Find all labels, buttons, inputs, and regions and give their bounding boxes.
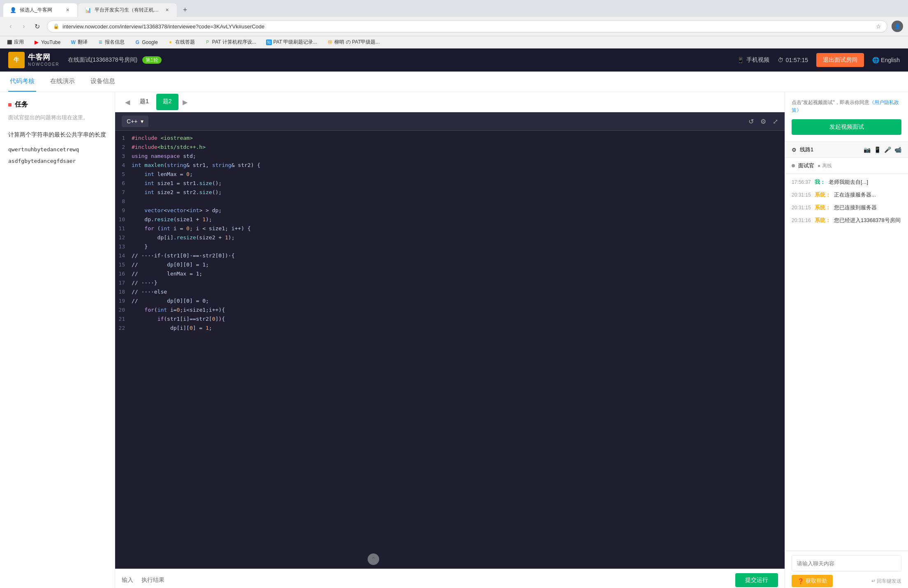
line-actions: 📷 📱 🎤 📹 [864, 146, 901, 153]
pat2-icon: 知 [266, 39, 272, 45]
output-tab[interactable]: 执行结果 [141, 575, 164, 586]
send-hint: ↵ 回车键发送 [871, 578, 901, 585]
code-line-4: 4 int maxlen(string& str1, string& str2)… [115, 162, 785, 171]
new-tab-button[interactable]: + [179, 5, 191, 16]
bookmark-signup[interactable]: ☰ 报名信息 [96, 38, 126, 46]
logo-main-text: 牛客网 [28, 53, 60, 62]
code-line-6: 6 int size1 = str1.size(); [115, 180, 785, 189]
browser-chrome: 👤 候选人_牛客网 ✕ 📊 平台开发实习生（有转正机会） ✕ + ‹ › ↻ 🔒… [0, 0, 908, 49]
code-line-9: 9 vector<vector<int> > dp; [115, 207, 785, 216]
bookmark-google-label: Google [142, 39, 158, 45]
status-dot [792, 164, 795, 167]
code-line-5: 5 int lenMax = 0; [115, 171, 785, 180]
bookmark-pat1[interactable]: P PAT 计算机程序设... [203, 38, 258, 46]
nav-tab-code[interactable]: 代码考核 [8, 72, 36, 92]
code-line-3: 3 using namespace std; [115, 153, 785, 162]
nav-tabs: 代码考核 在线演示 设备信息 [0, 72, 908, 92]
bookmark-google[interactable]: G Google [133, 39, 160, 46]
question-title: 计算两个字符串的最长公共字串的长度 [8, 130, 107, 140]
chat-messages: 17:56:37 我： 老师我能去自[...] 20:31:15 系统： 正在连… [785, 174, 908, 551]
video-icon[interactable]: 📹 [894, 146, 901, 153]
nav-tab-device[interactable]: 设备信息 [89, 72, 117, 92]
round-badge: 第1轮 [142, 56, 162, 64]
bookmark-star-icon[interactable]: ☆ [876, 23, 881, 30]
code-content[interactable]: 1 #include <iostream> 2 #include<bits/st… [115, 131, 785, 569]
interview-info: 在线面试(13368378号房间) 第1轮 [68, 56, 162, 64]
mobile-video-button[interactable]: 📱 手机视频 [737, 56, 769, 64]
bookmark-apps[interactable]: ⬛ 应用 [5, 38, 25, 46]
top-bar: 牛 牛客网 NOWCODER 在线面试(13368378号房间) 第1轮 📱 手… [0, 49, 908, 72]
bookmark-answer-label: 在线答题 [175, 39, 195, 46]
question-nav: ◀ 题1 题2 ▶ [115, 92, 785, 112]
input-tab[interactable]: 输入 [122, 575, 133, 586]
run-button[interactable]: 提交运行 [735, 573, 778, 587]
fullscreen-button[interactable]: ⤢ [773, 118, 778, 125]
help-icon: ❓ [797, 578, 804, 584]
code-line-21: 21 if(str1[i]==str2[0]){ [115, 316, 785, 325]
camera-icon[interactable]: 📷 [864, 146, 871, 153]
logo: 牛 牛客网 NOWCODER [8, 52, 60, 68]
next-question-button[interactable]: ▶ [179, 94, 191, 110]
signup-icon: ☰ [97, 39, 103, 45]
pat1-icon: P [205, 39, 211, 45]
code-line-16: 16 // lenMax = 1; [115, 271, 785, 280]
exit-button[interactable]: 退出面试房间 [816, 53, 864, 67]
code-line-7: 7 int size2 = str2.size(); [115, 189, 785, 198]
settings-line-icon: ⚙ [792, 147, 797, 153]
forward-button[interactable]: › [18, 21, 30, 32]
bookmarks-bar: ⬛ 应用 ▶ YouTube W 翻译 ☰ 报名信息 G Google ★ 在线… [0, 36, 908, 49]
bookmark-translate[interactable]: W 翻译 [69, 38, 89, 46]
mic-icon[interactable]: 🎤 [884, 146, 891, 153]
timer: ⏱ 01:57:15 [778, 57, 808, 63]
nav-buttons: ‹ › ↻ [5, 21, 43, 32]
chat-input-area: ❓ 获取帮助 ↵ 回车键发送 [785, 551, 908, 588]
url-bar[interactable]: 🔒 interview.nowcoder.com/interview/13368… [47, 20, 887, 32]
refresh-code-button[interactable]: ↺ [748, 118, 754, 125]
language-button[interactable]: 🌐 English [872, 57, 900, 63]
tab-1[interactable]: 👤 候选人_牛客网 ✕ [3, 3, 77, 17]
interviewer-label: 面试官 [798, 162, 814, 169]
code-line-11: 11 for (int i = 0; i < size1; i++) { [115, 225, 785, 234]
back-button[interactable]: ‹ [5, 21, 16, 32]
bookmark-pat3[interactable]: 柳 柳哨 の PAT甲级题... [325, 38, 381, 46]
chat-message-4: 20:31:16 系统： 您已经进入13368378号房间 [792, 216, 901, 225]
task-title: 任务 [8, 100, 107, 109]
offline-status: ● 离线 [818, 162, 832, 169]
question-input1: qwertnuhbytedancetrewq [8, 145, 107, 154]
question-tab-1[interactable]: 题1 [133, 94, 155, 110]
code-line-17: 17 // ····} [115, 280, 785, 289]
tab-2[interactable]: 📊 平台开发实习生（有转正机会） ✕ [78, 3, 177, 17]
refresh-button[interactable]: ↻ [31, 21, 43, 32]
code-line-1: 1 #include <iostream> [115, 135, 785, 144]
language-select[interactable]: C++ ▾ [122, 116, 148, 127]
code-editor-wrapper: C++ ▾ ↺ ⚙ ⤢ 1 #include <iostr [115, 112, 785, 588]
profile-button[interactable]: 👤 [892, 21, 903, 32]
right-top: 点击"发起视频面试"，即表示你同意《用户隐私政策》 发起视频面试 [785, 92, 908, 142]
code-line-14: 14 // ····if·(str1[0]·==·str2[0])·{ [115, 252, 785, 262]
apps-icon: ⬛ [7, 39, 12, 45]
bookmark-pat2[interactable]: 知 PAT 甲级刷题记录... [264, 38, 319, 46]
help-button[interactable]: ❓ 获取帮助 [792, 575, 833, 587]
interviewee-status: 面试官 ● 离线 [785, 158, 908, 174]
tab-2-close[interactable]: ✕ [164, 7, 170, 14]
task-description: 面试官提出的问题将出现在这里。 [8, 114, 107, 121]
url-text: interview.nowcoder.com/interview/1336837… [63, 23, 873, 30]
bookmark-youtube[interactable]: ▶ YouTube [32, 39, 62, 46]
tab-1-close[interactable]: ✕ [64, 7, 71, 14]
prev-question-button[interactable]: ◀ [122, 94, 133, 110]
bookmark-online-answer[interactable]: ★ 在线答题 [166, 38, 197, 46]
start-video-button[interactable]: 发起视频面试 [792, 119, 901, 135]
left-panel: 任务 面试官提出的问题将出现在这里。 计算两个字符串的最长公共字串的长度 qwe… [0, 92, 115, 588]
question-input2: asdfgbytedancegfdsaer [8, 156, 107, 166]
nav-tab-demo[interactable]: 在线演示 [49, 72, 76, 92]
privacy-link[interactable]: 《用户隐私政策》 [792, 100, 899, 113]
mobile-icon[interactable]: 📱 [874, 146, 881, 153]
chat-input[interactable] [792, 555, 901, 572]
code-line-22: 22 dp[i][0] = 1; [115, 325, 785, 334]
settings-button[interactable]: ⚙ [760, 118, 766, 125]
right-panel: 点击"发起视频面试"，即表示你同意《用户隐私政策》 发起视频面试 ⚙ 线路1 📷… [785, 92, 908, 588]
tab-bar: 👤 候选人_牛客网 ✕ 📊 平台开发实习生（有转正机会） ✕ + [0, 0, 908, 17]
video-notice: 点击"发起视频面试"，即表示你同意《用户隐私政策》 [792, 99, 901, 114]
question-tab-2[interactable]: 题2 [156, 94, 178, 110]
scroll-up-button[interactable]: ⌃ [368, 553, 379, 565]
